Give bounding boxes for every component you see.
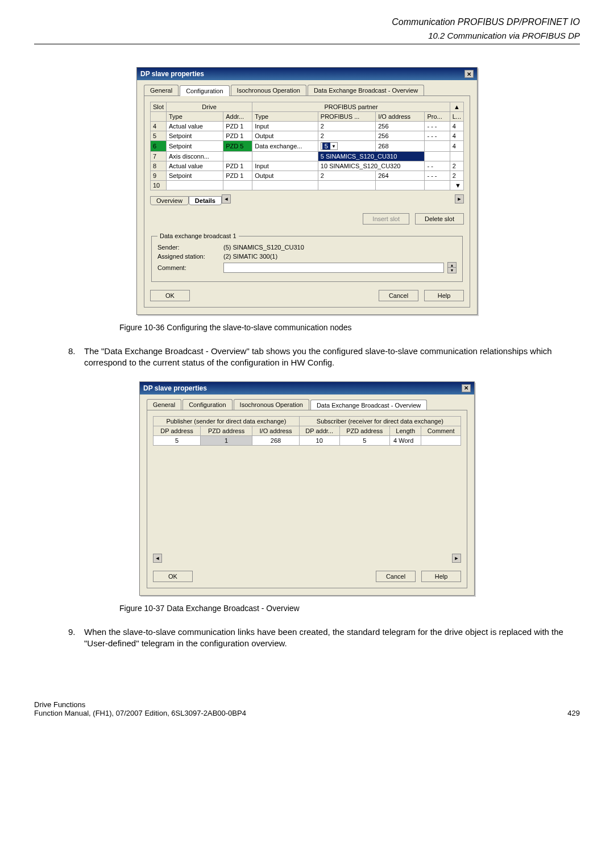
th-ptype: Type: [252, 112, 318, 122]
scroll-down-cell[interactable]: ▼: [450, 181, 463, 190]
dp-slave-properties-dialog-1: DP slave properties ✕ General Configurat…: [136, 67, 478, 315]
th-addr: Addr...: [223, 112, 252, 122]
sender-label: Sender:: [157, 244, 220, 251]
th-io-address: I/O address: [252, 426, 300, 435]
ok-button[interactable]: OK: [153, 571, 193, 582]
close-icon[interactable]: ✕: [462, 384, 471, 392]
publisher-header: Publisher (sender for direct data exchan…: [154, 416, 300, 426]
sender-value: (5) SINAMICS_S120_CU310: [223, 244, 457, 251]
cancel-button[interactable]: Cancel: [376, 571, 416, 582]
th-slot: Slot: [151, 102, 167, 112]
list-number-9: 9.: [68, 626, 81, 650]
paragraph-9: When the slave-to-slave communication li…: [84, 626, 580, 650]
comment-label: Comment:: [157, 264, 220, 271]
tab-data-exchange-overview[interactable]: Data Exchange Broadcast - Overview: [310, 400, 427, 410]
configuration-table: Slot Drive PROFIBUS partner ▲ Type Addr.…: [150, 102, 464, 190]
table-row[interactable]: 6 Setpoint PZD 5 Data exchange... 5 ▼ 26…: [151, 141, 464, 152]
table-row[interactable]: 9 Setpoint PZD 1 Output 2 264 - - - 2: [151, 171, 464, 181]
page-number: 429: [567, 709, 580, 717]
tab-general[interactable]: General: [144, 85, 179, 95]
th-l: L...: [450, 112, 463, 122]
broadcast-overview-table: Publisher (sender for direct data exchan…: [153, 416, 461, 446]
tab-general[interactable]: General: [147, 399, 181, 410]
doc-header-line1: Communication PROFIBUS DP/PROFINET IO: [34, 17, 580, 27]
broadcast-legend: Data exchange broadcast 1: [157, 232, 239, 239]
doc-header-line2: 10.2 Communication via PROFIBUS DP: [34, 31, 580, 40]
th-type: Type: [167, 112, 223, 122]
dialog2-title: DP slave properties: [143, 384, 207, 392]
scroll-left-icon[interactable]: ◄: [222, 194, 231, 203]
table-row[interactable]: 5 Setpoint PZD 1 Output 2 256 - - - 4: [151, 131, 464, 141]
assigned-station-value: (2) SIMATIC 300(1): [223, 253, 457, 260]
th-profibus: PROFIBUS ...: [318, 112, 375, 122]
footer-left-2: Function Manual, (FH1), 07/2007 Edition,…: [34, 709, 246, 717]
tab-isochronous[interactable]: Isochronous Operation: [231, 85, 306, 95]
tab-configuration[interactable]: Configuration: [182, 399, 232, 410]
th-dp-addr: DP addr...: [299, 426, 339, 435]
tab-isochronous[interactable]: Isochronous Operation: [234, 399, 309, 410]
help-button[interactable]: Help: [424, 290, 464, 301]
help-button[interactable]: Help: [421, 571, 461, 582]
data-exchange-broadcast-group: Data exchange broadcast 1 Sender: (5) SI…: [151, 232, 463, 282]
spin-up-icon[interactable]: ▲: [448, 263, 456, 268]
footer-left-1: Drive Functions: [34, 700, 246, 709]
insert-slot-button: Insert slot: [363, 213, 409, 225]
close-icon[interactable]: ✕: [464, 70, 474, 78]
th-drive: Drive: [167, 102, 252, 112]
tab-configuration[interactable]: Configuration: [180, 85, 229, 96]
assigned-station-label: Assigned station:: [157, 253, 220, 260]
chevron-down-icon[interactable]: ▼: [331, 144, 336, 149]
list-number-8: 8.: [68, 346, 81, 369]
cancel-button[interactable]: Cancel: [379, 290, 418, 301]
figure-caption-2: Figure 10-37 Data Exchange Broadcast - O…: [119, 604, 580, 613]
sheet-tab-overview[interactable]: Overview: [150, 196, 189, 205]
th-io-addr: I/O address: [376, 112, 425, 122]
dp-slave-properties-dialog-2: DP slave properties ✕ General Configurat…: [139, 381, 475, 596]
comment-field[interactable]: [223, 263, 444, 273]
table-row[interactable]: 8 Actual value PZD 1 Input 10 SINAMICS_S…: [151, 161, 464, 171]
subscriber-header: Subscriber (receiver for direct data exc…: [299, 416, 460, 426]
th-comment: Comment: [421, 426, 461, 435]
th-pro: Pro...: [425, 112, 450, 122]
spin-down-icon[interactable]: ▼: [448, 268, 456, 273]
th-partner: PROFIBUS partner: [252, 102, 450, 112]
table-row[interactable]: 5 1 268 10 5 4 Word: [154, 435, 461, 445]
profibus-dropdown[interactable]: 5 ▼: [321, 142, 338, 150]
sheet-tab-details[interactable]: Details: [189, 196, 222, 205]
paragraph-8: The "Data Exchange Broadcast - Overview"…: [84, 346, 580, 369]
table-row[interactable]: 4 Actual value PZD 1 Input 2 256 - - - 4: [151, 122, 464, 131]
scroll-right-icon[interactable]: ►: [455, 194, 464, 203]
th-dp-address: DP address: [154, 426, 201, 435]
scroll-right-icon[interactable]: ►: [452, 554, 461, 563]
table-row[interactable]: 7 Axis disconn... 5 SINAMICS_S120_CU310: [151, 152, 464, 161]
figure-caption-1: Figure 10-36 Configuring the slave-to-sl…: [119, 323, 580, 332]
header-rule: [34, 44, 580, 44]
th-length: Length: [390, 426, 421, 435]
th-pzd-address: PZD address: [201, 426, 252, 435]
ok-button[interactable]: OK: [150, 290, 190, 301]
scroll-left-icon[interactable]: ◄: [153, 554, 162, 563]
table-row[interactable]: 10 ▼: [151, 181, 464, 190]
dialog1-title: DP slave properties: [140, 70, 204, 78]
delete-slot-button[interactable]: Delete slot: [415, 213, 464, 225]
tab-data-exchange-overview[interactable]: Data Exchange Broadcast - Overview: [308, 85, 424, 95]
th-pzd-address2: PZD address: [339, 426, 390, 435]
scroll-up-cell[interactable]: ▲: [450, 102, 463, 112]
